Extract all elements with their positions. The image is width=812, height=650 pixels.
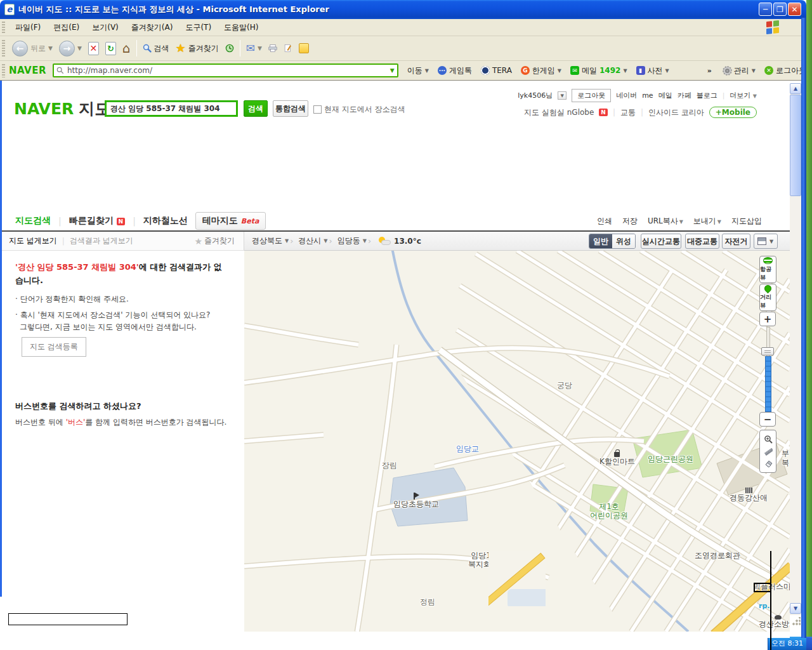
breadcrumb-item[interactable]: 경상북도▼ <box>252 235 289 246</box>
stop-button[interactable]: ✕ <box>85 40 102 57</box>
map-search-input[interactable]: 경산 임당 585-37 채림빌 304 <box>105 100 238 117</box>
url-text[interactable]: http://map.naver.com/ <box>67 66 387 75</box>
forward-button[interactable]: → ▼ <box>56 39 85 58</box>
menu-item[interactable]: 보기(V) <box>86 20 125 36</box>
mail-dropdown-caret[interactable]: ▼ <box>258 45 262 51</box>
go-menu[interactable]: 이동▼ <box>407 65 429 76</box>
favorite-button[interactable]: ★ 즐겨찾기 <box>194 235 235 246</box>
chevron-more-icon[interactable]: » <box>707 67 712 75</box>
search-in-view-checkbox[interactable] <box>313 105 322 114</box>
eraser-icon[interactable] <box>764 459 773 468</box>
map-action[interactable]: 보내기▼ <box>693 216 721 227</box>
public-transit-button[interactable]: 대중교통 <box>685 234 719 249</box>
map-type-general[interactable]: 일반 <box>589 234 612 248</box>
scrollbar-thumb[interactable] <box>790 95 801 196</box>
toolbar-grip[interactable] <box>2 22 5 33</box>
home-button[interactable]: ⌂ <box>119 40 134 56</box>
aerial-view-button[interactable]: 항공뷰 <box>759 256 776 283</box>
url-search-icon <box>56 67 64 74</box>
header-link[interactable]: me <box>642 91 653 100</box>
menu-item[interactable]: 편집(E) <box>47 20 86 36</box>
more-menu[interactable]: 더보기 ▼ <box>730 91 757 100</box>
forward-dropdown-caret[interactable]: ▼ <box>77 45 82 51</box>
window-titlebar[interactable]: e 네이버 지도 :: 지도로 보는 지식과 정보의 세상 - Microsof… <box>0 0 806 19</box>
scroll-down-icon[interactable]: ▼ <box>790 603 801 614</box>
account-dropdown[interactable]: ▼ <box>558 91 566 100</box>
zoom-out-button[interactable]: − <box>759 412 776 427</box>
toolbar-logout-button[interactable]: ✕ 로그아웃 <box>764 65 806 76</box>
live-traffic-button[interactable]: 실시간교통 <box>641 234 681 249</box>
bicycle-button[interactable]: 자전거 <box>722 234 750 249</box>
notes-button[interactable] <box>296 41 312 55</box>
close-button[interactable]: ✕ <box>788 3 801 16</box>
tab-directions[interactable]: 빠른길찾기 N <box>69 215 125 227</box>
menu-item[interactable]: 즐겨찾기(A) <box>125 20 180 36</box>
menu-item[interactable]: 파일(F) <box>9 20 47 36</box>
gametalk-link[interactable]: ··· 게임톡 <box>438 65 472 76</box>
wide-map-link[interactable]: 지도 넓게보기 <box>9 235 57 246</box>
maximize-button[interactable]: ❐ <box>773 3 787 16</box>
scroll-up-icon[interactable]: ▲ <box>790 83 801 94</box>
breadcrumb-item[interactable]: 임당동▼ <box>337 235 367 246</box>
header-link[interactable]: 블로그 <box>697 91 717 100</box>
map-action[interactable]: 인쇄 <box>597 216 612 227</box>
menu-item[interactable]: 도구(T) <box>179 20 218 36</box>
empty-input-box[interactable] <box>8 613 128 625</box>
dictionary-menu[interactable]: ▮ 사전▼ <box>636 65 669 76</box>
minimize-button[interactable]: ─ <box>759 3 772 16</box>
map-layout-button[interactable]: ▼ <box>754 234 778 249</box>
tera-link[interactable]: TERA <box>481 66 512 75</box>
bus-search-tip: 버스번호 뒤에 '버스'를 함께 입력하면 버스번호가 검색됩니다. <box>15 417 226 428</box>
header-link[interactable]: 카페 <box>678 91 691 100</box>
weather-icon <box>377 237 391 246</box>
breadcrumb-item[interactable]: 경산시▼ <box>298 235 327 246</box>
wide-results-link[interactable]: 검색결과 넓게보기 <box>70 235 133 246</box>
street-view-button[interactable]: 거리뷰 <box>759 284 776 311</box>
naver-toolbar-logo[interactable]: NAVER <box>9 65 46 76</box>
mail-button[interactable]: ✉ ▼ <box>243 41 265 56</box>
map-action[interactable]: URL복사▼ <box>648 216 683 227</box>
map-search-button[interactable]: 검색 <box>244 100 268 117</box>
register-place-button[interactable]: 지도 검색등록 <box>22 337 86 357</box>
refresh-button[interactable]: ↻ <box>102 40 119 57</box>
search-button[interactable]: 검색 <box>140 41 173 56</box>
weather-widget[interactable]: 13.0°c <box>377 237 421 246</box>
url-bar[interactable]: http://map.naver.com/ ▼ <box>53 63 398 77</box>
favorites-button[interactable]: ★ 즐겨찾기 <box>173 41 222 56</box>
map-action[interactable]: 지도삽입 <box>731 216 762 227</box>
edit-button[interactable] <box>280 42 296 55</box>
map-type-satellite[interactable]: 위성 <box>612 234 635 248</box>
zoom-in-button[interactable]: + <box>759 312 776 326</box>
zoom-area-icon[interactable] <box>764 435 773 444</box>
history-button[interactable] <box>222 42 237 55</box>
header-logout-button[interactable]: 로그아웃 <box>572 89 611 102</box>
inside-korea-link[interactable]: 인사이드 코리아 <box>648 107 704 118</box>
mail-menu[interactable]: ✉ 메일 1492 ▼ <box>570 65 627 76</box>
back-dropdown-caret[interactable]: ▼ <box>48 45 53 51</box>
header-link[interactable]: 네이버 <box>616 91 637 100</box>
naver-map-logo[interactable]: NAVER지도 <box>14 98 110 119</box>
header-link[interactable]: 메일 <box>658 91 672 100</box>
vertical-scrollbar[interactable]: ▲ ▼ <box>790 83 801 615</box>
measure-icon[interactable] <box>764 447 773 456</box>
tab-theme-map[interactable]: 테마지도 Beta <box>195 212 266 230</box>
lab-link[interactable]: 지도 실험실 nGlobe <box>524 107 594 118</box>
url-dropdown-caret[interactable]: ▼ <box>390 67 395 74</box>
traffic-link[interactable]: 교통 <box>620 107 636 118</box>
unified-search-button[interactable]: 통합검색 <box>273 100 308 117</box>
window-border <box>801 18 806 638</box>
bus-search-title: 버스번호를 검색하려고 하셨나요? <box>15 401 141 412</box>
menu-item[interactable]: 도움말(H) <box>218 20 265 36</box>
toolbar-grip[interactable] <box>2 40 5 57</box>
manage-menu[interactable]: 관리▼ <box>723 65 756 76</box>
back-button[interactable]: ← 뒤로 ▼ <box>9 39 56 58</box>
print-button[interactable] <box>265 42 280 55</box>
tab-subway[interactable]: 지하철노선 <box>143 215 188 227</box>
mobile-badge[interactable]: +Mobile <box>709 107 757 118</box>
hangame-menu[interactable]: G 한게임▼ <box>521 65 561 76</box>
resize-grip[interactable] <box>792 617 801 626</box>
tab-map-search[interactable]: 지도검색 <box>15 215 51 227</box>
map-action[interactable]: 저장 <box>622 216 638 227</box>
toolbar-grip[interactable] <box>2 64 5 77</box>
zoom-slider-handle[interactable] <box>761 347 774 355</box>
